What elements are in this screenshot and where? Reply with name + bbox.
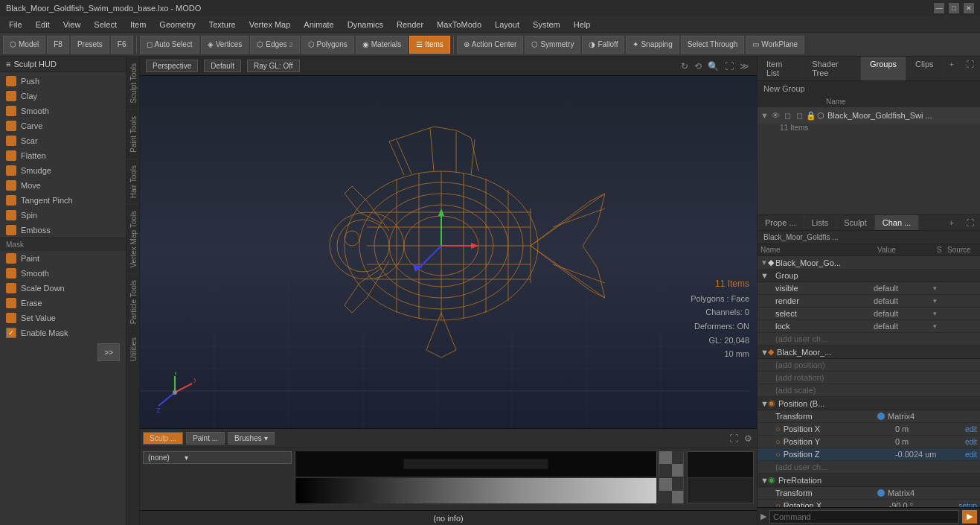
pos-y-edit-link[interactable]: edit [965,438,977,446]
menu-system[interactable]: System [527,19,566,31]
tool-scar[interactable]: Scar [0,133,126,148]
menu-texture[interactable]: Texture [203,19,242,31]
tool-carve[interactable]: Carve [0,118,126,133]
viewport-shading-button[interactable]: Default [204,60,241,72]
polygons-button[interactable]: ⬡ Polygons [301,36,354,54]
mode-model-button[interactable]: ⬡ Model [3,36,45,54]
select-through-button[interactable]: Select Through [681,36,745,54]
paint-tab-button[interactable]: Paint ... [186,432,225,445]
tool-move[interactable]: Move [0,178,126,193]
tool-smudge[interactable]: Smudge [0,163,126,178]
vert-tab-paint-tools[interactable]: Paint Tools [126,109,139,159]
tool-smooth[interactable]: Smooth [0,104,126,118]
new-group-button[interactable]: New Group [763,84,805,93]
more-button[interactable]: >> [97,343,120,361]
items-button[interactable]: ☰ Items [409,36,449,54]
viewport-raygl-button[interactable]: Ray GL: Off [247,60,300,72]
vert-tab-utilities[interactable]: Utilities [126,331,139,367]
tool-set-value[interactable]: Set Value [0,311,126,325]
vert-tab-vertex-map-tools[interactable]: Vertex Map Tools [126,204,139,274]
menu-file[interactable]: File [3,19,28,31]
menu-help[interactable]: Help [568,19,597,31]
action-center-button[interactable]: ⊕ Action Center [457,36,524,54]
viewport-more-icon[interactable]: ≫ [738,60,751,73]
menu-render[interactable]: Render [391,19,429,31]
workplane-button[interactable]: ▭ WorkPlane [746,36,804,54]
viewport-mode-button[interactable]: Perspective [146,60,198,72]
expand-command-icon[interactable]: ▶ [760,512,766,521]
menu-geometry[interactable]: Geometry [153,19,201,31]
group-row-main[interactable]: ▼ 👁 ◻ ◻ 🔒 ⬡ Black_Moor_Goldfish_Swi ... [758,107,980,124]
tab-add-button[interactable]: + [944,57,960,80]
auto-select-button[interactable]: ◻ Auto Select [140,36,199,54]
select-icon[interactable]: ◻ [793,109,805,121]
viewport-expand-icon[interactable]: ⛶ [723,60,735,73]
tab-properties[interactable]: Prope ... [758,215,804,230]
tab-groups[interactable]: Groups [861,57,906,80]
tab-item-list[interactable]: Item List [758,57,803,80]
menu-item[interactable]: Item [124,19,152,31]
vert-tab-particle-tools[interactable]: Particle Tools [126,273,139,330]
command-run-button[interactable]: ▶ [962,510,977,524]
menu-vertex-map[interactable]: Vertex Map [243,19,297,31]
vertices-icon: ◈ [208,40,214,48]
rot-x-setup-link[interactable]: setup [959,502,977,508]
tool-emboss[interactable]: Emboss [0,223,126,238]
settings-btn[interactable]: ⚙ [743,432,754,445]
visibility-eye-icon[interactable]: 👁 [769,109,781,121]
viewport-reset-icon[interactable]: ⟲ [693,60,703,73]
menu-dynamics[interactable]: Dynamics [342,19,389,31]
tab-clips[interactable]: Clips [906,57,943,80]
tab-lists[interactable]: Lists [804,215,837,230]
render-icon[interactable]: ◻ [781,109,793,121]
viewport-canvas[interactable]: 11 Items Polygons : Face Channels: 0 Def… [140,76,757,428]
tool-clay[interactable]: Clay [0,89,126,104]
tool-flatten[interactable]: Flatten [0,148,126,163]
expand-btn[interactable]: ⛶ [728,432,740,445]
preset-dropdown[interactable]: (none) ▾ [143,451,292,464]
tab-sculpt[interactable]: Sculpt [836,215,875,230]
tool-push[interactable]: Push [0,74,126,89]
enable-mask-checkbox[interactable]: ✓ [6,328,16,338]
lock-icon-btn[interactable]: 🔒 [805,109,817,121]
menu-view[interactable]: View [57,19,87,31]
snapping-button[interactable]: ✦ Snapping [626,36,679,54]
menu-edit[interactable]: Edit [30,19,56,31]
minimize-button[interactable]: — [934,3,944,13]
tool-tangent-pinch[interactable]: Tangent Pinch [0,193,126,208]
close-button[interactable]: ✕ [964,3,974,13]
vert-tab-sculpt-tools[interactable]: Sculpt Tools [126,57,139,109]
edges-button[interactable]: ⬡ Edges 2 [250,36,299,54]
f6-button[interactable]: F6 [111,36,133,54]
tool-smooth-mask[interactable]: Smooth [0,266,126,281]
tool-scale-down[interactable]: Scale Down [0,281,126,296]
maximize-button[interactable]: □ [949,3,959,13]
viewport-rotate-icon[interactable]: ↻ [679,60,690,73]
sculpt-tab-button[interactable]: Sculp ... [143,432,183,445]
menu-select[interactable]: Select [88,19,123,31]
vertices-button[interactable]: ◈ Vertices [201,36,249,54]
command-input[interactable] [769,510,959,524]
tab-shader-tree[interactable]: Shader Tree [803,57,861,80]
materials-button[interactable]: ◉ Materials [356,36,409,54]
tab-channels-add[interactable]: + [944,215,960,230]
f8-button[interactable]: F8 [47,36,69,54]
viewport-search-icon[interactable]: 🔍 [706,60,720,73]
menu-animate[interactable]: Animate [298,19,339,31]
tool-spin[interactable]: Spin [0,208,126,223]
tab-channels[interactable]: Chan ... [875,215,920,230]
menu-maxtomodo[interactable]: MaxToModo [431,19,487,31]
tool-paint[interactable]: Paint [0,251,126,266]
pos-x-edit-link[interactable]: edit [965,425,977,433]
props-expand-button[interactable]: ⛶ [960,215,980,230]
enable-mask-item[interactable]: ✓ Enable Mask [0,325,126,340]
tab-expand-button[interactable]: ⛶ [960,57,980,80]
menu-layout[interactable]: Layout [489,19,525,31]
tool-erase[interactable]: Erase [0,296,126,311]
falloff-button[interactable]: ◑ Falloff [582,36,624,54]
vert-tab-hair-tools[interactable]: Hair Tools [126,159,139,204]
pos-z-edit-link[interactable]: edit [965,451,977,459]
brushes-tab-button[interactable]: Brushes ▾ [228,432,274,445]
presets-button[interactable]: Presets [71,36,109,54]
symmetry-button[interactable]: ⬡ Symmetry [525,36,580,54]
